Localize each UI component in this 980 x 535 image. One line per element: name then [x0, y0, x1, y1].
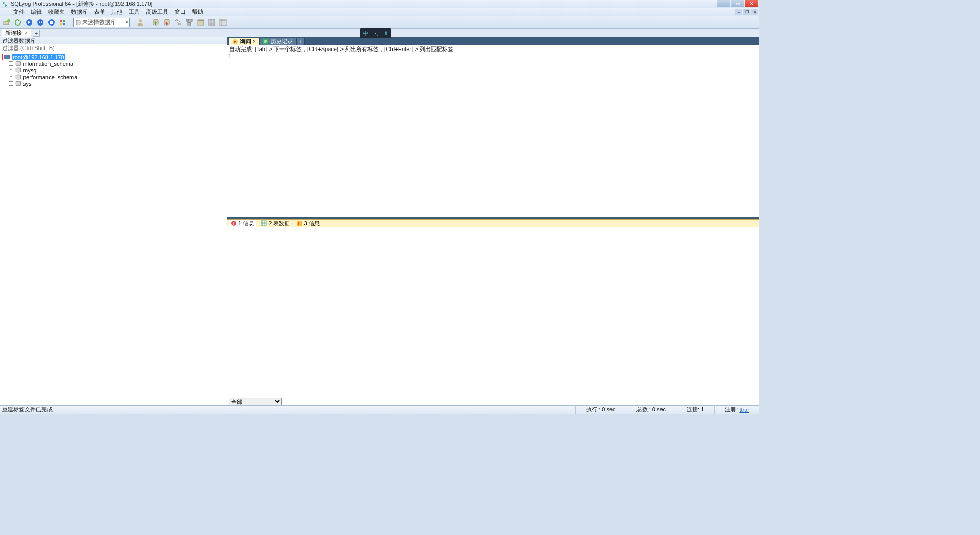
info2-icon	[296, 220, 302, 226]
close-button[interactable]: ✕	[745, 0, 758, 7]
tree-root-label: root@192.168.1.170	[12, 54, 65, 60]
svg-rect-7	[63, 20, 65, 22]
menu-other[interactable]: 其他	[108, 8, 126, 16]
restore-button[interactable]	[162, 18, 172, 27]
export-button[interactable]	[218, 18, 228, 27]
tree-db-node[interactable]: + information_schema	[2, 60, 225, 67]
tab-messages[interactable]: i 1 信息	[229, 219, 256, 228]
toolbar: 未选择数据库 ▾	[0, 16, 760, 29]
query-tabs: 询问 × 历史记录 +	[227, 37, 760, 45]
maximize-button[interactable]: ▭	[731, 0, 744, 7]
svg-rect-8	[60, 23, 62, 25]
menu-window[interactable]: 窗口	[172, 8, 189, 16]
tree-db-node[interactable]: + performance_schema	[2, 74, 225, 80]
object-browser: 过滤器数据库 root@192.168.1.170 + information_…	[0, 37, 227, 405]
connection-tab-label: 新连接	[5, 29, 22, 37]
execute-query-button[interactable]	[24, 18, 34, 27]
add-connection-button[interactable]: +	[33, 30, 40, 37]
tree-db-label: performance_schema	[23, 74, 77, 80]
filter-input[interactable]	[2, 45, 225, 51]
sql-editor[interactable]: 1	[227, 53, 760, 217]
result-filter-select[interactable]: 全部	[229, 398, 282, 405]
ime-punct[interactable]: •,	[375, 30, 378, 36]
query-builder-button[interactable]	[185, 18, 194, 27]
user-manager-button[interactable]	[136, 18, 145, 27]
tab-query[interactable]: 询问 ×	[229, 38, 259, 45]
mdi-close-button[interactable]: ✕	[751, 9, 758, 15]
registration-link[interactable]: ttrar	[739, 407, 749, 413]
ime-lang[interactable]: 中	[363, 30, 369, 37]
expand-icon[interactable]: +	[9, 61, 13, 66]
schema-sync-button[interactable]	[174, 18, 183, 27]
svg-rect-17	[190, 19, 192, 21]
data-search-button[interactable]	[207, 18, 216, 27]
svg-rect-5	[50, 21, 53, 24]
line-gutter: 1	[227, 53, 232, 217]
result-area	[227, 227, 760, 397]
menu-help[interactable]: 帮助	[189, 8, 206, 16]
svg-rect-22	[220, 19, 226, 26]
schema-designer-button[interactable]	[196, 18, 205, 27]
connection-tab[interactable]: 新连接 ×	[2, 29, 31, 37]
new-connection-button[interactable]	[2, 18, 11, 27]
tab-tabledata-label: 2 表数据	[268, 220, 290, 227]
close-tab-icon[interactable]: ×	[24, 30, 28, 36]
execute-all-button[interactable]	[36, 18, 45, 27]
editor-content[interactable]	[232, 53, 760, 217]
database-icon	[15, 67, 22, 74]
ime-shift[interactable]: ⇧	[384, 30, 388, 37]
title-bar: SQLyog Professional 64 - [新连接 - root@192…	[0, 0, 760, 8]
app-icon	[2, 1, 9, 8]
tree-db-label: sys	[23, 81, 32, 87]
table-icon	[261, 220, 267, 226]
minimize-button[interactable]: —	[717, 0, 730, 7]
menu-table[interactable]: 表单	[91, 8, 108, 16]
tab-history-label: 历史记录	[271, 38, 293, 45]
autocomplete-hint: 自动完成: [Tab]-> 下一个标签，[Ctrl+Space]-> 列出所有标…	[227, 45, 760, 53]
menu-file[interactable]: 文件	[10, 8, 28, 16]
status-connections: 连接: 1	[676, 406, 714, 414]
expand-icon[interactable]: +	[9, 81, 13, 86]
refresh-button[interactable]	[13, 18, 22, 27]
menu-tools[interactable]: 工具	[126, 8, 143, 16]
status-exec-time: 执行 : 0 sec	[575, 406, 625, 414]
database-tree[interactable]: root@192.168.1.170 + information_schema …	[0, 52, 227, 405]
backup-button[interactable]	[151, 18, 160, 27]
tab-tabledata[interactable]: 2 表数据	[259, 220, 291, 227]
database-selector[interactable]: 未选择数据库 ▾	[74, 18, 130, 27]
menu-database[interactable]: 数据库	[68, 8, 91, 16]
database-icon	[15, 74, 22, 80]
status-registration: 注册: ttrar	[714, 406, 760, 414]
svg-rect-20	[198, 20, 204, 21]
execute-explain-button[interactable]	[47, 18, 56, 27]
tree-db-node[interactable]: + mysql	[2, 67, 225, 74]
mdi-minimize-button[interactable]: –	[735, 9, 742, 15]
tree-root-node[interactable]: root@192.168.1.170	[2, 54, 107, 60]
menu-favorites[interactable]: 收藏夹	[45, 8, 68, 16]
svg-point-15	[178, 23, 181, 25]
status-bar: 重建标签文件已完成 执行 : 0 sec 总数 : 0 sec 连接: 1 注册…	[0, 405, 760, 414]
menu-edit[interactable]: 编辑	[28, 8, 45, 16]
expand-icon[interactable]: +	[9, 75, 13, 79]
menu-powertools[interactable]: 高级工具	[143, 8, 172, 16]
mdi-system-icon[interactable]	[2, 9, 8, 15]
svg-text:i: i	[233, 220, 234, 226]
tree-db-label: information_schema	[23, 61, 74, 67]
ime-toolbar[interactable]: 中 •, ⇧	[360, 28, 391, 38]
mdi-restore-button[interactable]: ❐	[743, 9, 750, 15]
format-query-button[interactable]	[58, 18, 67, 27]
window-title: SQLyog Professional 64 - [新连接 - root@192…	[11, 0, 152, 8]
close-tab-icon[interactable]: ×	[253, 39, 256, 44]
status-message: 重建标签文件已完成	[0, 406, 575, 414]
tree-db-node[interactable]: + sys	[2, 80, 225, 87]
tab-info[interactable]: 3 信息	[295, 220, 321, 227]
svg-rect-35	[298, 222, 299, 225]
svg-rect-9	[63, 23, 65, 25]
query-pane: 询问 × 历史记录 + 自动完成: [Tab]-> 下一个标签，[Ctrl+Sp…	[227, 37, 760, 405]
tab-info-label: 3 信息	[304, 220, 320, 227]
expand-icon[interactable]: +	[9, 68, 13, 72]
tab-history[interactable]: 历史记录	[259, 38, 297, 45]
server-icon	[4, 54, 11, 60]
filter-input-wrap	[0, 44, 227, 52]
add-query-tab-button[interactable]: +	[297, 38, 305, 45]
